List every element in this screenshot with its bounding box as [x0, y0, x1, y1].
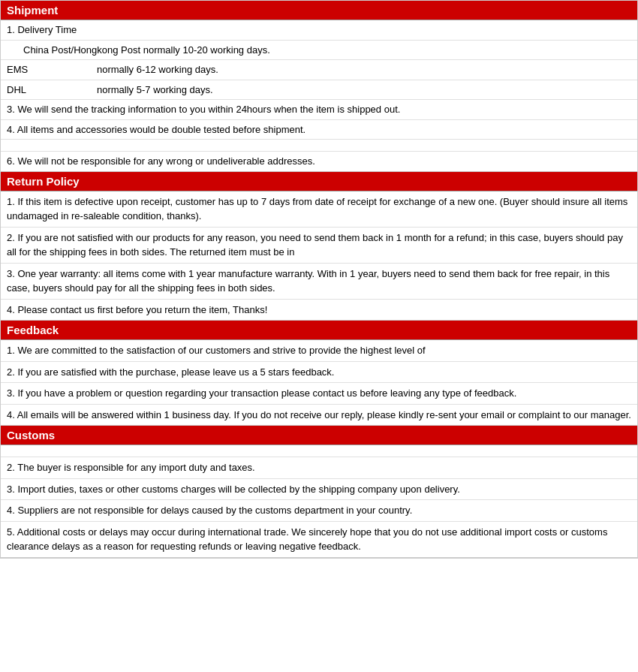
feedback-row4: 4. All emails will be answered within 1 …	[1, 405, 637, 426]
delivery-time-label: 1. Delivery Time	[1, 20, 637, 40]
return-row3: 3. One year warranty: all items come wit…	[1, 264, 637, 300]
customs-section: Customs 2. The buyer is responsible for …	[1, 426, 637, 558]
return-row1: 1. If this item is defective upon receip…	[1, 191, 637, 228]
return-row4: 4. Please contact us first before you re…	[1, 300, 637, 321]
feedback-header: Feedback	[1, 321, 637, 340]
china-post-text: China Post/Hongkong Post normally 10-20 …	[1, 40, 637, 60]
shipment-section: Shipment 1. Delivery Time China Post/Hon…	[1, 1, 637, 172]
feedback-row2: 2. If you are satisfied with the purchas…	[1, 362, 637, 384]
delivery-time-row: 1. Delivery Time	[1, 20, 637, 40]
dhl-label: DHL	[1, 80, 91, 100]
customs-row2: 2. The buyer is responsible for any impo…	[1, 457, 637, 479]
feedback-row1: 1. We are committed to the satisfaction …	[1, 340, 637, 362]
shipment-empty-row	[1, 140, 637, 152]
shipment-row4-text: 4. All items and accessories would be do…	[1, 119, 637, 140]
customs-row5: 5. Additional costs or delays may occur …	[1, 522, 637, 557]
return-policy-section: Return Policy 1. If this item is defecti…	[1, 172, 637, 321]
shipment-row4: 4. All items and accessories would be do…	[1, 119, 637, 140]
shipment-table: 1. Delivery Time China Post/Hongkong Pos…	[1, 20, 637, 171]
ems-value: normally 6-12 working days.	[91, 60, 637, 80]
customs-header: Customs	[1, 426, 637, 445]
feedback-section: Feedback 1. We are committed to the sati…	[1, 321, 637, 426]
return-policy-header: Return Policy	[1, 172, 637, 191]
ems-row: EMS normally 6-12 working days.	[1, 60, 637, 80]
return-row2: 2. If you are not satisfied with our pro…	[1, 228, 637, 264]
main-container: Shipment 1. Delivery Time China Post/Hon…	[0, 0, 638, 559]
dhl-value: normally 5-7 working days.	[91, 80, 637, 100]
shipment-row6: 6. We will not be responsible for any wr…	[1, 152, 637, 171]
shipment-row6-text: 6. We will not be responsible for any wr…	[1, 152, 637, 171]
customs-empty-row	[1, 445, 637, 457]
customs-row3: 3. Import duties, taxes or other customs…	[1, 479, 637, 501]
feedback-row3: 3. If you have a problem or question reg…	[1, 383, 637, 405]
china-post-row: China Post/Hongkong Post normally 10-20 …	[1, 40, 637, 60]
ems-label: EMS	[1, 60, 91, 80]
customs-row4: 4. Suppliers are not responsible for del…	[1, 500, 637, 522]
shipment-header: Shipment	[1, 1, 637, 20]
shipment-row3-text: 3. We will send the tracking information…	[1, 100, 637, 120]
shipment-row3: 3. We will send the tracking information…	[1, 100, 637, 120]
dhl-row: DHL normally 5-7 working days.	[1, 80, 637, 100]
